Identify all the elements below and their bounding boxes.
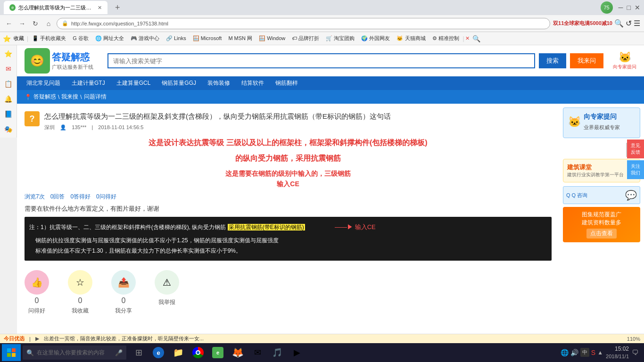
- back-btn[interactable]: ←: [4, 18, 14, 29]
- sidebar-icon-clipboard[interactable]: 📋: [2, 77, 15, 90]
- taskbar-chrome-btn[interactable]: [190, 344, 206, 361]
- breadcrumb-search[interactable]: 我来搜: [61, 93, 78, 101]
- refresh-btn[interactable]: ↻: [30, 18, 41, 29]
- svg-rect-1: [12, 348, 16, 352]
- taskbar-search-input[interactable]: [37, 349, 112, 356]
- tray-network-icon[interactable]: 🌐: [561, 349, 569, 356]
- report-btn[interactable]: ⚠ 我举报: [155, 270, 179, 315]
- start-btn[interactable]: [2, 344, 21, 361]
- cat-gtj[interactable]: 土建计量GTJ: [70, 78, 107, 88]
- bookmark-google[interactable]: G 谷歌: [70, 34, 91, 43]
- browser-tab[interactable]: e 怎么理解抗震等级为一二三级的框 ✕: [4, 1, 107, 14]
- taskbar-firefox-btn[interactable]: 🦊: [229, 344, 246, 361]
- cat-rebar[interactable]: 钢筋翻样: [273, 78, 300, 88]
- like-btn[interactable]: 👍 0 问得好: [25, 270, 49, 315]
- question-title: 怎么理解抗震等级为一二三级的框架及斜支撑(含梯段），纵向受力钢筋采用抗震钢筋（带…: [44, 111, 391, 122]
- search-btn[interactable]: 搜索: [539, 53, 566, 68]
- share-count: 0: [122, 296, 126, 305]
- tab-close-btn[interactable]: ✕: [98, 5, 102, 11]
- bookmark-win[interactable]: 🪟 Window: [256, 34, 288, 42]
- tray-input-method[interactable]: 中: [580, 348, 589, 357]
- address-bar[interactable]: 🔒 http://e.fwxgx.com/question_1975138.ht…: [57, 18, 550, 29]
- class-sub: 建筑行业实训教学第一平台: [567, 172, 636, 178]
- share-btn[interactable]: 📤 0 我分享: [111, 270, 136, 315]
- img-note-text1: 注：1）抗震等级一、二、三级的框架和斜撑构件(含楼梯的梯段), 纵向受力钢筋 采…: [29, 222, 547, 233]
- nav-search-icon[interactable]: 🔍: [614, 19, 624, 28]
- notif-today[interactable]: 今日优选: [4, 335, 25, 342]
- nav-menu-icon[interactable]: ☰: [634, 19, 640, 28]
- system-clock: 15:02 2018/11/1: [606, 346, 629, 360]
- bottom-notification-bar: 今日优选 | ▶ 出差住一宾馆，隔音效果比较差，正准备朦胧时，听见隔壁传来一女.…: [0, 334, 644, 343]
- new-tab-btn[interactable]: +: [112, 3, 123, 13]
- sidebar-banner[interactable]: 图集规范覆盖广 建筑资料数量多 点击查看: [563, 207, 640, 242]
- minimize-btn[interactable]: ─: [619, 4, 623, 11]
- sidebar-icon-bell[interactable]: 🔔: [2, 92, 15, 106]
- share-label: 我分享: [115, 307, 132, 315]
- logo-subtitle: 广联达服务新干线: [52, 64, 93, 71]
- ask-expert-btn[interactable]: 🐱 向专家提问: [613, 51, 636, 70]
- close-btn[interactable]: ✕: [635, 4, 640, 11]
- bookmark-brand[interactable]: 🏷 品牌打折: [289, 34, 322, 43]
- breadcrumb-home[interactable]: 答疑解惑: [33, 93, 56, 101]
- cat-gcl[interactable]: 土建算量GCL: [115, 78, 153, 88]
- taskbar-ie-btn[interactable]: e: [150, 344, 167, 361]
- bookmark-msn[interactable]: M MSN 网: [225, 34, 255, 43]
- sidebar-icon-mail[interactable]: ✉: [2, 62, 15, 75]
- favorite-btn[interactable]: ☆ 0 我收藏: [68, 270, 92, 315]
- bookmark-web[interactable]: 🌐 网址大全: [92, 34, 127, 43]
- taskbar-music-btn[interactable]: 🎵: [269, 344, 286, 361]
- sidebar-icon-star[interactable]: ⭐: [2, 47, 15, 60]
- maximize-btn[interactable]: □: [627, 4, 631, 11]
- cat-hubei[interactable]: 湖北常见问题: [25, 78, 62, 88]
- bookmark-more[interactable]: ✕: [465, 35, 470, 41]
- taskbar-taskview-btn[interactable]: ⊞: [130, 344, 147, 361]
- notif-text[interactable]: 出差住一宾馆，隔音效果比较差，正准备朦胧时，听见隔壁传来一女...: [44, 335, 204, 342]
- sidebar-icon-mask[interactable]: 🎭: [2, 123, 15, 136]
- tray-antivirus-icon[interactable]: S: [591, 349, 595, 356]
- url-text: http://e.fwxgx.com/question_1975138.html: [71, 21, 168, 26]
- tray-speaker-icon[interactable]: 🔊: [570, 349, 578, 356]
- qq-label: Q Q 咨询: [566, 192, 587, 199]
- ask-btn[interactable]: 我来问: [570, 53, 603, 68]
- favorite-count: 0: [78, 296, 83, 305]
- taskbar-app1-btn[interactable]: e: [209, 344, 226, 361]
- bookmark-foreign[interactable]: 🌍 外国网友: [358, 34, 393, 43]
- bookmark-phone[interactable]: 📱 手机收藏夹: [29, 34, 69, 43]
- category-nav: 湖北常见问题 土建计量GTJ 土建算量GCL 钢筋算量GGJ 装饰装修 结算软件…: [17, 76, 644, 90]
- follow-btn[interactable]: 关注我们: [627, 160, 644, 179]
- qq-icon: 💬: [625, 189, 637, 201]
- feedback-btn[interactable]: 意见反馈: [627, 140, 644, 158]
- search-input[interactable]: [107, 53, 535, 68]
- home-btn[interactable]: ⌂: [43, 18, 54, 29]
- report-label: 我举报: [158, 298, 175, 306]
- bookmark-ms[interactable]: 🪟 Microsoft: [190, 34, 225, 42]
- forward-btn[interactable]: →: [17, 18, 27, 29]
- bookmark-links[interactable]: 🔗 Links: [163, 34, 189, 42]
- nav-promo: 双11全球家电满5000减10: [553, 20, 612, 27]
- bookmark-tmall[interactable]: 🐱 天猫商城: [394, 34, 428, 43]
- right-sidebar: 🐱 向专家提问 业界最权威专家 ▲ 建筑课堂 建筑行业实训教学第一平台 Q Q …: [559, 104, 644, 332]
- banner-btn[interactable]: 点击查看: [586, 229, 617, 239]
- cat-ggj[interactable]: 钢筋算量GGJ: [160, 78, 198, 88]
- notif-sep: |: [29, 336, 31, 342]
- taskbar-mail-btn[interactable]: ✉: [249, 344, 266, 361]
- cat-decor[interactable]: 装饰装修: [206, 78, 232, 88]
- tray-arrow-icon[interactable]: ▲: [597, 349, 603, 356]
- nav-refresh-icon[interactable]: ↺: [626, 19, 632, 28]
- score-ball: 75: [601, 1, 613, 14]
- sidebar-icon-book[interactable]: 📘: [2, 107, 15, 121]
- bookmark-search[interactable]: 🔍: [472, 35, 480, 42]
- bookmark-games[interactable]: 🎮 游戏中心: [128, 34, 162, 43]
- taskbar-search-box[interactable]: 🔍 🎤: [23, 346, 126, 360]
- banner-sub: 建筑资料数量多: [567, 219, 636, 227]
- taskbar-video-btn[interactable]: ▶: [289, 344, 305, 361]
- ssl-icon: 🔒: [62, 20, 68, 26]
- bookmark-taobao[interactable]: 🛒 淘宝团购: [323, 34, 357, 43]
- expert-mascot: 🐱: [568, 116, 581, 128]
- highlight-text: 采用抗震钢筋(带E标识的钢筋): [228, 224, 305, 230]
- action-center-icon[interactable]: 🗨: [632, 349, 638, 356]
- bookmark-label[interactable]: 收藏: [12, 35, 26, 42]
- taskbar-explorer-btn[interactable]: 📁: [170, 344, 187, 361]
- cat-settle[interactable]: 结算软件: [239, 78, 266, 88]
- bookmark-ctrl[interactable]: ⚙ 精准控制: [429, 34, 462, 43]
